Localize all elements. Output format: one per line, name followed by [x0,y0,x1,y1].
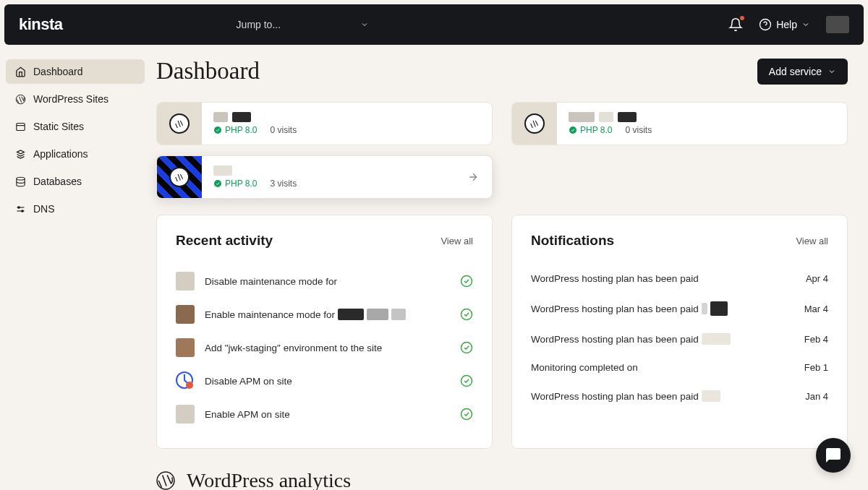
recent-activity-panel: Recent activity View all Disable mainten… [156,215,493,449]
notification-row[interactable]: WordPress hosting plan has been paid Mar… [531,293,828,324]
sidebar-item-label: Databases [33,176,82,187]
notification-dot-icon [740,16,744,20]
site-card-icon-box [157,155,202,199]
sidebar-item-label: Dashboard [33,66,83,77]
svg-point-21 [157,472,174,489]
activity-text: Add "jwk-staging" environment to the sit… [205,343,450,353]
success-check-icon [460,275,473,288]
notification-row[interactable]: WordPress hosting plan has been paid Jan… [531,382,828,411]
sidebar: Dashboard WordPress Sites Static Sites A… [0,49,150,490]
chevron-down-icon [801,20,810,29]
svg-point-11 [569,126,576,134]
add-service-button[interactable]: Add service [757,59,848,85]
svg-point-8 [17,206,20,208]
wordpress-icon [156,471,175,490]
svg-point-15 [461,309,472,320]
arrow-right-icon [467,171,479,183]
site-card[interactable]: PHP 8.0 3 visits [156,155,493,199]
sidebar-item-label: WordPress Sites [33,93,109,105]
svg-point-16 [461,343,472,353]
sidebar-item-label: DNS [33,203,55,215]
site-name [213,112,480,122]
site-name [213,166,456,176]
activity-icon [176,305,195,324]
wordpress-icon [14,93,26,105]
database-icon [14,176,26,187]
success-check-icon [460,374,473,387]
sidebar-item-applications[interactable]: Applications [6,142,145,166]
svg-point-9 [21,210,23,212]
panel-title: Notifications [531,233,614,249]
success-check-icon [460,341,473,354]
sidebar-item-wordpress-sites[interactable]: WordPress Sites [6,87,145,111]
notification-date: Feb 1 [804,362,828,373]
jump-to-dropdown[interactable]: Jump to... [237,19,369,30]
chevron-down-icon [827,67,836,76]
sidebar-item-databases[interactable]: Databases [6,169,145,194]
svg-point-19 [461,376,472,387]
main-content: Dashboard Add service PHP 8.0 0 visits [150,49,868,490]
notification-date: Apr 4 [806,273,828,284]
jump-to-label: Jump to... [237,19,281,30]
apm-icon [176,371,195,390]
svg-point-20 [461,409,472,420]
logo: kinsta [19,15,63,34]
sidebar-item-dns[interactable]: DNS [6,197,145,221]
analytics-section-header: WordPress analytics [156,469,848,490]
notification-row[interactable]: WordPress hosting plan has been paid Apr… [531,265,828,293]
top-bar: kinsta Jump to... Help [4,4,864,45]
svg-point-18 [186,382,193,389]
status-badge: PHP 8.0 [569,125,612,135]
svg-rect-3 [16,123,24,130]
activity-row[interactable]: Enable maintenance mode for [176,298,473,331]
notification-text: Monitoring completed on [531,362,638,373]
chat-button[interactable] [816,438,851,473]
activity-row[interactable]: Disable APM on site [176,364,473,397]
notification-text: WordPress hosting plan has been paid [531,301,728,316]
static-sites-icon [14,121,26,132]
activity-row[interactable]: Add "jwk-staging" environment to the sit… [176,331,473,364]
dns-icon [14,203,26,215]
avatar[interactable] [826,16,849,33]
visits-count: 0 visits [625,125,652,135]
activity-text: Enable maintenance mode for [205,309,450,320]
notifications-panel: Notifications View all WordPress hosting… [511,215,848,449]
add-service-label: Add service [769,66,822,77]
notification-text: WordPress hosting plan has been paid [531,273,699,284]
activity-text: Disable APM on site [205,376,450,387]
activity-row[interactable]: Enable APM on site [176,397,473,431]
notifications-button[interactable] [728,17,743,32]
notification-row[interactable]: Monitoring completed on Feb 1 [531,353,828,382]
help-circle-icon [759,18,772,31]
wordpress-icon [524,113,545,134]
wordpress-icon [169,113,190,134]
status-badge: PHP 8.0 [213,125,257,135]
site-card-icon-box [157,102,202,145]
site-card[interactable]: PHP 8.0 0 visits [511,102,848,145]
svg-point-14 [461,276,472,287]
activity-icon [176,338,195,357]
activity-icon [176,405,195,424]
help-dropdown[interactable]: Help [759,18,810,31]
notification-date: Feb 4 [804,334,828,345]
view-all-link[interactable]: View all [441,236,473,246]
success-check-icon [460,308,473,321]
analytics-title: WordPress analytics [187,469,351,490]
activity-icon [176,272,195,291]
svg-point-12 [214,180,221,187]
view-all-link[interactable]: View all [796,236,828,246]
help-label: Help [776,19,797,30]
visits-count: 0 visits [270,125,297,135]
site-card[interactable]: PHP 8.0 0 visits [156,102,493,145]
notification-date: Mar 4 [804,304,828,314]
activity-row[interactable]: Disable maintenance mode for [176,265,473,298]
page-title: Dashboard [156,58,260,85]
sidebar-item-static-sites[interactable]: Static Sites [6,114,145,139]
sidebar-item-label: Static Sites [33,121,84,132]
site-card-icon-box [512,102,557,145]
sidebar-item-dashboard[interactable]: Dashboard [6,59,145,84]
notification-row[interactable]: WordPress hosting plan has been paid Feb… [531,324,828,353]
activity-text: Disable maintenance mode for [205,276,450,287]
svg-point-5 [16,177,24,180]
activity-text: Enable APM on site [205,409,450,420]
